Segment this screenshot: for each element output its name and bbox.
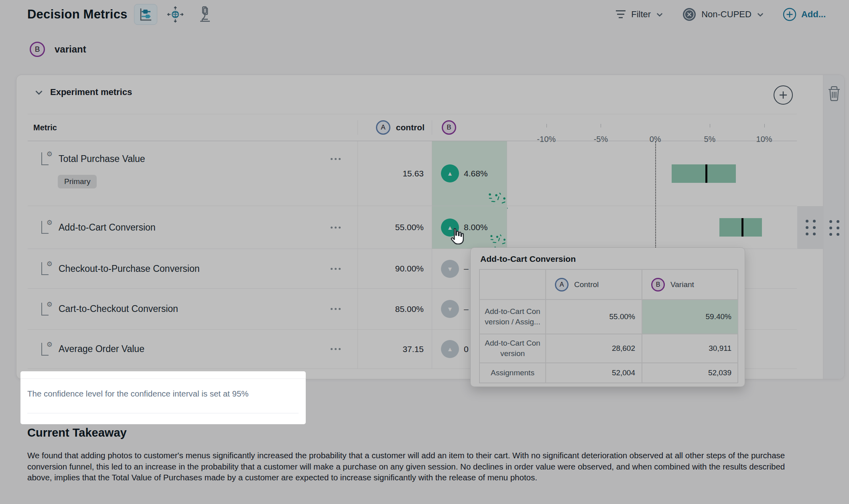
tooltip-control-value: 28,602: [546, 334, 642, 363]
tooltip-row-label: Add-to-Cart Conversion / Assig...: [479, 300, 546, 334]
takeaway-title: Current Takeaway: [27, 426, 796, 439]
metric-name: Total Purchase Value: [59, 154, 145, 164]
mean-effect-line: [705, 164, 707, 183]
microscope-icon: [197, 6, 213, 23]
cuped-x-circle-icon: [682, 7, 697, 22]
delta-cell: 8.00%: [432, 206, 507, 249]
delta-value: –: [464, 264, 469, 273]
section-title: Experiment metrics: [50, 87, 132, 97]
delta-cell: 4.68%: [432, 141, 507, 206]
metric-gear-icon: ⚙: [41, 342, 52, 356]
lift-down-arrow-button[interactable]: [441, 260, 459, 278]
trash-icon[interactable]: [827, 85, 842, 101]
chevron-down-icon: [656, 10, 664, 18]
page-title: Decision Metrics: [27, 7, 128, 22]
delta-value: 4.68%: [464, 169, 488, 178]
confidence-interval-bar[interactable]: [672, 164, 736, 183]
ci-chart-cell: [507, 141, 797, 206]
mean-effect-line: [741, 218, 743, 237]
table-row: ⚙ Add-to-Cart Conversion 55.00% 8.00%: [28, 206, 797, 249]
global-move-button[interactable]: [164, 4, 187, 25]
table-header-row: Metric A control B -10% -5%: [28, 114, 797, 141]
deep-dive-button[interactable]: [193, 4, 217, 25]
control-value: 85.00%: [358, 289, 432, 329]
filter-dropdown[interactable]: Filter: [615, 9, 664, 20]
control-value: 55.00%: [358, 206, 432, 249]
tooltip-title: Add-to-Cart Conversion: [480, 254, 576, 264]
add-label: Add...: [801, 9, 826, 20]
takeaway-body: We found that adding photos to customer'…: [27, 450, 796, 483]
takeaway-section: Current Takeaway We found that adding ph…: [27, 426, 796, 483]
tooltip-control-header: A Control: [546, 269, 642, 300]
chevron-down-icon: [756, 10, 764, 18]
globe-move-icon: [167, 6, 184, 23]
lift-up-arrow-button[interactable]: [441, 164, 459, 182]
control-a-badge: A: [555, 278, 569, 291]
treatment-b-badge: B: [442, 120, 456, 135]
metric-gear-icon: ⚙: [41, 261, 52, 276]
plus-circle-icon: [783, 8, 796, 21]
treatment-column-header: B: [432, 120, 507, 135]
metric-details-tooltip: Add-to-Cart Conversion A Control B Varia…: [470, 247, 745, 387]
tooltip-row-label: Assignments: [479, 363, 546, 383]
tooltip-variant-value: 52,039: [642, 363, 738, 383]
delta-value: 8.00%: [464, 223, 488, 232]
lift-down-arrow-button[interactable]: [441, 300, 459, 318]
metric-gear-icon: ⚙: [41, 302, 52, 316]
variant-b-badge[interactable]: B: [30, 42, 45, 57]
cuped-label: Non-CUPED: [701, 9, 752, 20]
metric-name: Average Order Value: [59, 344, 144, 354]
lift-up-arrow-button[interactable]: [441, 340, 459, 358]
metric-name: Add-to-Cart Conversion: [59, 222, 156, 233]
delta-value: 0: [464, 344, 469, 354]
ci-chart-cell: [507, 206, 797, 249]
variant-label: variant: [55, 44, 86, 55]
page-header: Decision Metrics: [27, 2, 826, 26]
tooltip-control-value: 52,004: [546, 363, 642, 383]
tooltip-control-value: 55.00%: [546, 300, 642, 334]
metric-name: Cart-to-Checkout Conversion: [59, 304, 178, 314]
tooltip-variant-value: 59.40%: [642, 300, 738, 334]
cuped-dropdown[interactable]: Non-CUPED: [682, 7, 764, 22]
experiment-results-page: Decision Metrics: [0, 0, 849, 504]
variant-b-badge: B: [651, 278, 665, 291]
row-drag-handle[interactable]: [797, 206, 824, 249]
metric-column-header: Metric: [28, 123, 357, 132]
metric-slider-icon: [138, 7, 153, 22]
delta-value: –: [464, 304, 469, 314]
confidence-interval-bar[interactable]: [719, 218, 762, 237]
metrics-view-button[interactable]: [134, 4, 157, 25]
card-drag-handle[interactable]: [829, 220, 839, 236]
tooltip-variant-value: 30,911: [642, 334, 738, 363]
filter-icon: [615, 9, 626, 20]
filter-label: Filter: [631, 9, 651, 20]
tooltip-table: A Control B Variant Add-to-Cart Conversi…: [479, 269, 738, 383]
metric-gear-icon: ⚙: [41, 152, 52, 166]
tooltip-row-label: Add-to-Cart Conversion: [479, 334, 546, 363]
row-menu-ellipsis-button[interactable]: [331, 348, 341, 350]
spotlight-highlight: The confidence level for the confidence …: [20, 371, 306, 424]
variant-selector-row: B variant: [30, 42, 86, 57]
collapse-chevron-icon[interactable]: [34, 87, 44, 97]
control-a-badge: A: [376, 120, 390, 135]
lift-up-arrow-button[interactable]: [441, 219, 459, 237]
row-menu-ellipsis-button[interactable]: [331, 308, 341, 310]
primary-tag-badge: Primary: [58, 175, 97, 188]
control-value: 15.63: [358, 141, 432, 206]
row-menu-ellipsis-button[interactable]: [331, 268, 341, 270]
row-menu-ellipsis-button[interactable]: [331, 227, 341, 229]
table-row: ⚙ Total Purchase Value Primary 15.63 4.6…: [28, 141, 797, 206]
add-metric-button[interactable]: Add...: [783, 8, 826, 21]
card-side-gutter: [823, 75, 844, 379]
metric-gear-icon: ⚙: [41, 220, 52, 235]
control-value: 90.00%: [358, 249, 432, 288]
control-column-header: A control: [357, 120, 432, 135]
row-menu-ellipsis-button[interactable]: [331, 158, 341, 160]
confidence-note: The confidence level for the confidence …: [27, 389, 249, 399]
add-metric-to-card-button[interactable]: [774, 85, 793, 105]
tooltip-variant-header: B Variant: [642, 269, 738, 300]
control-value: 37.15: [358, 330, 432, 368]
metric-name: Checkout-to-Purchase Conversion: [59, 263, 200, 274]
